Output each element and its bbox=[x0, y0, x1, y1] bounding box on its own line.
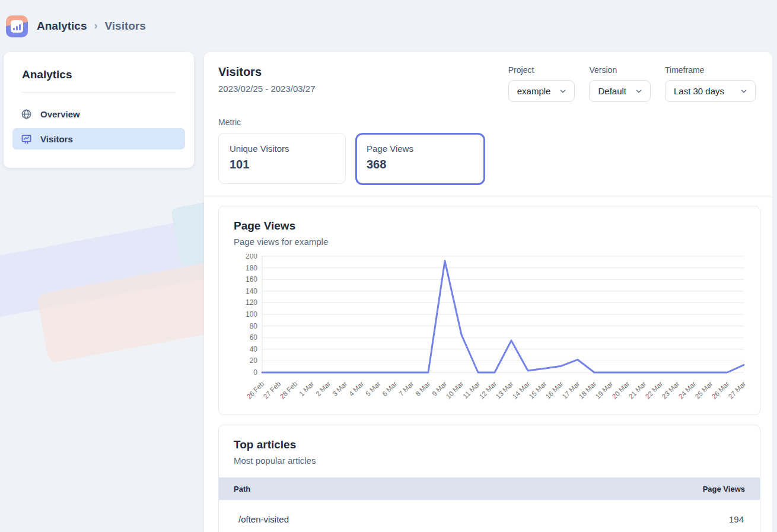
breadcrumb-current[interactable]: Visitors bbox=[104, 20, 145, 33]
top-header: Analytics › Visitors bbox=[0, 0, 777, 52]
x-axis-tick-label: 11 Mar bbox=[461, 380, 481, 400]
metric-value: 101 bbox=[230, 158, 335, 171]
x-axis-tick-label: 22 Mar bbox=[644, 380, 664, 400]
x-axis-tick-label: 13 Mar bbox=[495, 380, 515, 400]
app-logo[interactable] bbox=[6, 15, 28, 37]
metric-card-page-views[interactable]: Page Views 368 bbox=[355, 133, 485, 185]
top-articles-card: Top articles Most popular articles Path … bbox=[218, 425, 760, 532]
y-axis-tick-label: 60 bbox=[250, 333, 258, 342]
title-block: Visitors 2023/02/25 - 2023/03/27 bbox=[218, 65, 315, 102]
chevron-down-icon bbox=[740, 87, 748, 95]
globe-icon bbox=[21, 109, 32, 120]
table-row: /often-visited 194 bbox=[219, 500, 760, 532]
y-axis-tick-label: 20 bbox=[250, 356, 258, 365]
sidebar-title: Analytics bbox=[12, 52, 185, 92]
y-axis-tick-label: 0 bbox=[253, 368, 257, 377]
x-axis-tick-label: 20 Mar bbox=[611, 380, 631, 400]
x-axis-tick-label: 1 Mar bbox=[298, 380, 315, 397]
select-value: example bbox=[517, 86, 551, 96]
y-axis-tick-label: 140 bbox=[246, 287, 257, 295]
y-axis-tick-label: 180 bbox=[246, 264, 257, 272]
sidebar-item-label: Overview bbox=[40, 109, 80, 119]
sidebar-divider bbox=[22, 92, 176, 93]
chevron-down-icon bbox=[635, 87, 643, 95]
select-value: Last 30 days bbox=[674, 86, 724, 96]
x-axis-tick-label: 16 Mar bbox=[544, 380, 565, 400]
y-axis-tick-label: 80 bbox=[250, 322, 258, 330]
x-axis-tick-label: 19 Mar bbox=[594, 380, 614, 400]
main-panel: Visitors 2023/02/25 - 2023/03/27 Project… bbox=[204, 52, 772, 532]
x-axis-tick-label: 21 Mar bbox=[628, 380, 648, 400]
sidebar: Analytics Overview Visitor bbox=[4, 52, 194, 168]
chart-subtitle: Page views for example bbox=[234, 237, 745, 247]
top-articles-subtitle: Most popular articles bbox=[234, 455, 745, 466]
filters: Project example Version Default bbox=[508, 65, 758, 102]
select-value: Default bbox=[598, 86, 626, 96]
x-axis-tick-label: 28 Feb bbox=[279, 380, 299, 400]
bar-chart-icon bbox=[11, 20, 23, 33]
y-axis-tick-label: 100 bbox=[246, 310, 257, 318]
metric-value: 368 bbox=[367, 158, 474, 171]
sidebar-item-visitors[interactable]: Visitors bbox=[12, 128, 185, 149]
breadcrumb-app[interactable]: Analytics bbox=[37, 20, 87, 33]
section-divider bbox=[204, 196, 772, 196]
y-axis-tick-label: 160 bbox=[246, 275, 257, 283]
chevron-down-icon bbox=[559, 87, 567, 95]
panel-header: Visitors 2023/02/25 - 2023/03/27 Project… bbox=[204, 52, 772, 102]
y-axis-tick-label: 40 bbox=[250, 345, 258, 353]
timeframe-select[interactable]: Last 30 days bbox=[665, 80, 756, 102]
top-articles-table: Path Page Views /often-visited 194 bbox=[219, 477, 760, 532]
x-axis-tick-label: 14 Mar bbox=[511, 380, 531, 400]
metric-label: Unique Visitors bbox=[230, 144, 335, 154]
article-page-views: 194 bbox=[511, 500, 760, 532]
filter-label: Timeframe bbox=[665, 65, 756, 75]
sidebar-nav: Overview Visitors bbox=[12, 103, 185, 149]
x-axis-tick-label: 8 Mar bbox=[414, 380, 431, 397]
x-axis-tick-label: 24 Mar bbox=[677, 380, 698, 400]
filter-label: Version bbox=[589, 65, 651, 75]
sidebar-item-overview[interactable]: Overview bbox=[12, 103, 185, 125]
table-header-row: Path Page Views bbox=[219, 477, 760, 500]
x-axis-tick-label: 26 Mar bbox=[711, 380, 731, 400]
chevron-right-icon: › bbox=[94, 20, 97, 32]
page-title: Visitors bbox=[218, 65, 315, 79]
filter-label: Project bbox=[508, 65, 575, 75]
filter-project: Project example bbox=[508, 65, 575, 102]
y-axis-tick-label: 120 bbox=[246, 298, 257, 307]
x-axis-tick-label: 17 Mar bbox=[561, 380, 581, 400]
x-axis-tick-label: 25 Mar bbox=[694, 380, 714, 400]
x-axis-tick-label: 3 Mar bbox=[331, 380, 348, 397]
date-range: 2023/02/25 - 2023/03/27 bbox=[218, 84, 315, 94]
y-axis-tick-label: 200 bbox=[246, 254, 257, 260]
x-axis-tick-label: 27 Mar bbox=[727, 380, 746, 400]
chart-title: Page Views bbox=[234, 219, 745, 232]
top-articles-header: Top articles Most popular articles bbox=[219, 438, 760, 466]
metric-cards: Unique Visitors 101 Page Views 368 bbox=[204, 133, 772, 185]
version-select[interactable]: Default bbox=[589, 80, 651, 102]
x-axis-tick-label: 15 Mar bbox=[528, 380, 548, 400]
x-axis-tick-label: 4 Mar bbox=[348, 380, 365, 397]
article-path: /often-visited bbox=[219, 500, 511, 532]
metric-label: Page Views bbox=[367, 144, 474, 154]
x-axis-tick-label: 6 Mar bbox=[381, 380, 398, 397]
x-axis-tick-label: 18 Mar bbox=[578, 380, 598, 400]
x-axis-tick-label: 5 Mar bbox=[364, 380, 381, 397]
sidebar-item-label: Visitors bbox=[40, 134, 73, 144]
x-axis-tick-label: 10 Mar bbox=[445, 380, 465, 400]
x-axis-tick-label: 27 Feb bbox=[262, 380, 282, 400]
metric-section-label: Metric bbox=[204, 102, 772, 133]
page-views-series-line bbox=[262, 261, 744, 372]
top-articles-title: Top articles bbox=[234, 438, 745, 451]
x-axis-tick-label: 7 Mar bbox=[397, 380, 415, 397]
metric-card-unique-visitors[interactable]: Unique Visitors 101 bbox=[218, 133, 346, 184]
page-views-line-chart: 02040608010012014016018020026 Feb27 Feb2… bbox=[234, 254, 745, 403]
project-select[interactable]: example bbox=[508, 80, 575, 102]
x-axis-tick-label: 26 Feb bbox=[246, 380, 266, 400]
column-header-page-views: Page Views bbox=[511, 477, 760, 500]
page-views-chart-card: Page Views Page views for example 020406… bbox=[218, 206, 760, 415]
x-axis-tick-label: 2 Mar bbox=[314, 380, 332, 397]
x-axis-tick-label: 23 Mar bbox=[661, 380, 681, 400]
column-header-path: Path bbox=[219, 477, 511, 500]
filter-version: Version Default bbox=[589, 65, 651, 102]
presentation-chart-icon bbox=[21, 133, 32, 145]
